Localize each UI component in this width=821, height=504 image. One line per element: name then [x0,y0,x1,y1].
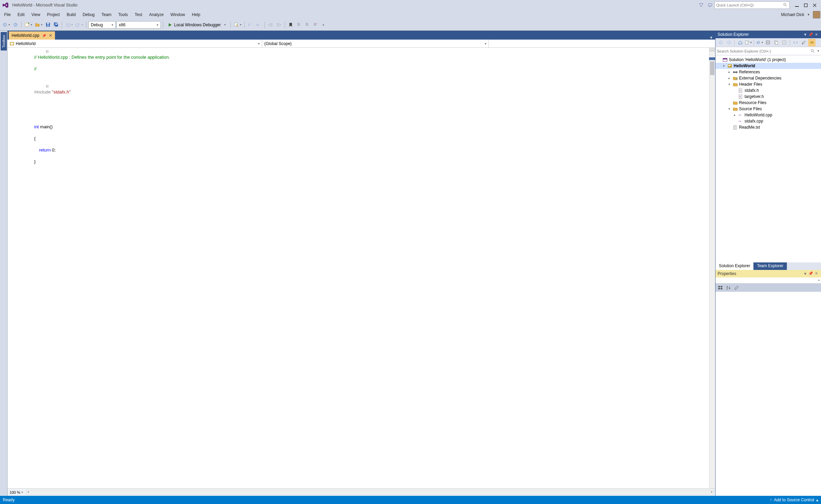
menu-tools[interactable]: Tools [115,11,131,18]
undo-button[interactable] [64,21,74,29]
scrollbar-thumb[interactable] [710,61,714,75]
tree-resource-files-node[interactable]: Resource Files [716,100,821,106]
tree-file-targetver-h[interactable]: h targetver.h [716,93,821,100]
forward-button[interactable] [12,21,19,29]
properties-object-combo[interactable] [716,277,821,284]
expander-icon[interactable]: ▸ [727,70,731,74]
save-all-button[interactable] [52,21,60,29]
tree-header-files-node[interactable]: ▾ Header Files [716,81,821,87]
find-in-files-button[interactable] [233,21,242,29]
feedback-icon[interactable] [706,1,714,9]
nav-scope-combo[interactable]: (Global Scope) [262,40,489,47]
tree-external-deps-node[interactable]: ▸ External Dependencies [716,75,821,81]
panel-close-icon[interactable]: ✕ [813,32,819,37]
menu-team[interactable]: Team [98,11,115,18]
tree-file-helloworld-cpp[interactable]: ▸ ++ HelloWorld.cpp [716,112,821,118]
se-view-code-button[interactable] [792,39,799,46]
se-sync-button[interactable] [745,39,752,46]
uncomment-button[interactable]: /x [255,21,263,29]
tree-source-files-node[interactable]: ▾ Source Files [716,106,821,112]
solution-tree[interactable]: Solution 'HelloWorld' (1 project) ▾ Hell… [716,55,821,262]
solution-explorer-search[interactable]: ▼ [716,47,821,55]
se-collapse-all-button[interactable] [764,39,772,46]
menu-file[interactable]: File [1,11,14,18]
save-button[interactable] [44,21,52,29]
menu-project[interactable]: Project [44,11,63,18]
alphabetical-button[interactable]: AZ [725,284,732,291]
signed-in-user[interactable]: Michael Dick [780,12,806,17]
se-properties-button[interactable] [800,39,807,46]
panel-close-icon[interactable]: ✕ [813,271,819,276]
split-handle-icon[interactable] [709,48,715,51]
start-debug-button[interactable]: Local Windows Debugger [165,21,228,29]
menu-build[interactable]: Build [63,11,79,18]
expander-icon[interactable]: ▾ [722,64,726,68]
document-tab-helloworld[interactable]: HelloWorld.cpp 📌 ✕ [9,31,55,40]
open-file-button[interactable] [34,21,43,29]
se-preview-button[interactable] [780,39,788,46]
prev-bookmark-button[interactable] [295,21,303,29]
zoom-combo[interactable]: 100 % [8,490,25,494]
quick-launch[interactable] [714,1,790,9]
maximize-button[interactable] [801,1,810,9]
tree-file-stdafx-cpp[interactable]: ++ stdafx.cpp [716,118,821,124]
pin-icon[interactable]: 📌 [42,34,46,38]
expander-icon[interactable]: ▸ [733,113,737,117]
menu-edit[interactable]: Edit [14,11,28,18]
panel-window-position-icon[interactable]: ▼ [803,32,808,37]
se-refresh-button[interactable] [756,39,763,46]
horizontal-scrollbar[interactable] [26,490,714,495]
se-back-button[interactable] [717,39,724,46]
close-tab-icon[interactable]: ✕ [49,33,52,38]
new-project-button[interactable] [24,21,33,29]
toolbar-overflow-button[interactable]: ▾ [320,21,327,29]
menu-debug[interactable]: Debug [79,11,98,18]
menu-help[interactable]: Help [188,11,204,18]
menu-analyze[interactable]: Analyze [146,11,167,18]
panel-pin-icon[interactable]: 📌 [808,271,813,276]
comment-out-button[interactable]: // [247,21,254,29]
redo-button[interactable] [74,21,84,29]
expander-icon[interactable]: ▾ [727,107,731,111]
toolbox-rail[interactable]: Toolbox [0,31,8,496]
vertical-scrollbar[interactable] [709,48,715,488]
se-search-input[interactable] [717,49,811,53]
minimize-button[interactable] [792,1,801,9]
user-avatar[interactable] [813,11,820,18]
code-editor[interactable]: ⊟// HelloWorld.cpp : Defines the entry p… [8,48,715,488]
tab-overflow-icon[interactable]: ▼ [707,35,715,40]
quick-launch-input[interactable] [716,3,783,7]
menu-test[interactable]: Test [131,11,146,18]
panel-window-position-icon[interactable]: ▼ [803,272,808,276]
property-pages-button[interactable] [733,284,740,291]
back-button[interactable] [1,21,11,29]
tab-solution-explorer[interactable]: Solution Explorer [716,262,753,270]
next-bookmark-button[interactable] [303,21,311,29]
tree-file-stdafx-h[interactable]: h stdafx.h [716,87,821,93]
se-forward-button[interactable] [725,39,733,46]
categorized-button[interactable] [717,284,724,291]
code-text[interactable]: ⊟// HelloWorld.cpp : Defines the entry p… [28,48,709,488]
source-control-button[interactable]: ↑ Add to Source Control ▴ [770,498,818,502]
panel-pin-icon[interactable]: 📌 [808,32,813,37]
tree-project-node[interactable]: ▾ HelloWorld [716,63,821,69]
tree-solution-node[interactable]: Solution 'HelloWorld' (1 project) [716,57,821,63]
menu-window[interactable]: Window [167,11,188,18]
se-preview-selected-button[interactable] [808,39,816,46]
tree-file-readme[interactable]: ReadMe.txt [716,124,821,130]
solution-config-combo[interactable]: Debug [88,21,116,29]
user-menu-chevron-icon[interactable]: ▼ [806,13,811,16]
decrease-indent-button[interactable] [267,21,274,29]
search-options-chevron-icon[interactable]: ▼ [816,49,820,53]
expander-icon[interactable]: ▾ [727,83,731,86]
clear-bookmarks-button[interactable] [312,21,319,29]
se-home-button[interactable] [736,39,744,46]
notifications-icon[interactable] [697,1,705,9]
tree-references-node[interactable]: ▸ References [716,69,821,75]
solution-platform-combo[interactable]: x86 [116,21,161,29]
menu-view[interactable]: View [28,11,44,18]
increase-indent-button[interactable] [275,21,283,29]
close-button[interactable] [810,1,819,9]
expander-icon[interactable]: ▸ [727,76,731,80]
tab-team-explorer[interactable]: Team Explorer [753,262,787,270]
